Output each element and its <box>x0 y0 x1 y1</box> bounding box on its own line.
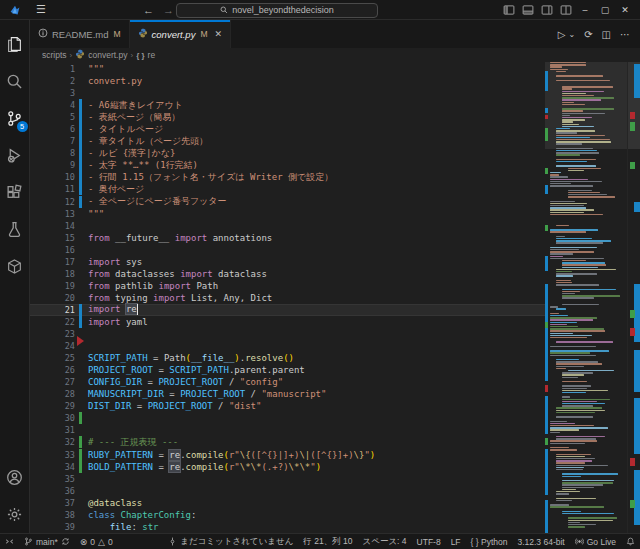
code-line[interactable]: 17import sys <box>30 256 545 268</box>
code-line[interactable]: 14 <box>30 220 545 232</box>
code-line[interactable]: 22import yaml <box>30 316 545 328</box>
code-line[interactable]: 29DIST_DIR = PROJECT_ROOT / "dist" <box>30 400 545 412</box>
code-line[interactable]: 35 <box>30 473 545 485</box>
line-number[interactable]: 1 <box>30 64 75 74</box>
code-line[interactable]: 7- 章タイトル（ページ先頭） <box>30 135 545 147</box>
activity-item-extensions[interactable] <box>0 174 30 211</box>
line-number[interactable]: 29 <box>30 401 75 411</box>
line-number[interactable]: 20 <box>30 293 75 303</box>
code-line[interactable]: 37@dataclass <box>30 497 545 509</box>
line-number[interactable]: 25 <box>30 353 75 363</box>
customize-layout-icon[interactable] <box>559 4 572 17</box>
go-live-button[interactable]: Go Live <box>570 534 621 549</box>
line-number[interactable]: 27 <box>30 377 75 387</box>
line-number[interactable]: 19 <box>30 281 75 291</box>
code-line[interactable]: 18from dataclasses import dataclass <box>30 268 545 280</box>
activity-item-search[interactable] <box>0 63 30 100</box>
line-number[interactable]: 7 <box>30 136 75 146</box>
maximize-button[interactable]: ▢ <box>598 5 612 15</box>
code-line[interactable]: 20from typing import List, Any, Dict <box>30 292 545 304</box>
line-number[interactable]: 28 <box>30 389 75 399</box>
line-number[interactable]: 17 <box>30 257 75 267</box>
code-line[interactable]: 25SCRIPT_PATH = Path(__file__).resolve() <box>30 352 545 364</box>
line-number[interactable]: 35 <box>30 474 75 484</box>
python-interpreter[interactable]: 3.12.3 64-bit <box>512 534 569 549</box>
menu-icon[interactable]: ☰ <box>36 3 46 16</box>
command-center-search[interactable]: novel_beyondthedecision <box>176 3 378 18</box>
code-line[interactable]: 11- 奥付ページ <box>30 183 545 195</box>
code-line[interactable]: 21import re <box>30 304 545 316</box>
code-line[interactable]: 30 <box>30 412 545 424</box>
breadcrumb-item-re[interactable]: { }re <box>136 50 155 60</box>
activity-item-explorer[interactable] <box>0 26 30 63</box>
line-number[interactable]: 34 <box>30 462 75 472</box>
breadcrumb-item-scripts[interactable]: scripts <box>42 50 67 60</box>
code-line[interactable]: 24 <box>30 340 545 352</box>
line-number[interactable]: 10 <box>30 172 75 182</box>
line-number[interactable]: 38 <box>30 510 75 520</box>
line-number[interactable]: 3 <box>30 88 75 98</box>
line-number[interactable]: 8 <box>30 148 75 158</box>
nav-back-icon[interactable]: ← <box>143 4 154 16</box>
line-number[interactable]: 36 <box>30 486 75 496</box>
line-number[interactable]: 24 <box>30 341 75 351</box>
minimize-button[interactable]: – <box>578 5 592 15</box>
close-button[interactable]: ✕ <box>618 5 632 15</box>
problems-status[interactable]: ⊗0△0 <box>75 534 118 549</box>
tab-close-icon[interactable]: ✕ <box>215 29 223 39</box>
language-mode[interactable]: { } Python <box>466 534 513 549</box>
line-number[interactable]: 12 <box>30 197 75 207</box>
run-dropdown-chevron[interactable]: ⌄ <box>568 30 575 39</box>
code-line[interactable]: 23 <box>30 328 545 340</box>
line-number[interactable]: 31 <box>30 425 75 435</box>
code-line[interactable]: 19from pathlib import Path <box>30 280 545 292</box>
line-number[interactable]: 16 <box>30 245 75 255</box>
line-number[interactable]: 13 <box>30 209 75 219</box>
remote-indicator[interactable] <box>0 534 19 549</box>
code-line[interactable]: 16 <box>30 244 545 256</box>
tab-readme[interactable]: README.mdM <box>30 20 130 48</box>
line-number[interactable]: 30 <box>30 413 75 423</box>
indentation-status[interactable]: スペース: 4 <box>357 534 411 549</box>
more-actions-icon[interactable]: ⋯ <box>620 29 630 40</box>
code-line[interactable]: 38class ChapterConfig: <box>30 509 545 521</box>
activity-item-source-control[interactable]: 5 <box>0 100 30 137</box>
code-line[interactable]: 5- 表紙ページ（簡易） <box>30 111 545 123</box>
code-line[interactable]: 4- A6縦書きレイアウト <box>30 99 545 111</box>
line-number[interactable]: 4 <box>30 100 75 110</box>
code-line[interactable]: 26PROJECT_ROOT = SCRIPT_PATH.parent.pare… <box>30 364 545 376</box>
line-number[interactable]: 26 <box>30 365 75 375</box>
layout-sidebar-left-icon[interactable] <box>502 4 515 17</box>
code-line[interactable]: 39 file: str <box>30 521 545 533</box>
code-line[interactable]: 8- ルビ {漢字|かな} <box>30 147 545 159</box>
cursor-position[interactable]: 行 21、列 10 <box>298 534 357 549</box>
line-number[interactable]: 18 <box>30 269 75 279</box>
code-line[interactable]: 28MANUSCRIPT_DIR = PROJECT_ROOT / "manus… <box>30 388 545 400</box>
line-number[interactable]: 9 <box>30 160 75 170</box>
nav-forward-icon[interactable]: → <box>163 4 174 16</box>
code-line[interactable]: 36 <box>30 485 545 497</box>
code-line[interactable]: 33RUBY_PATTERN = re.compile(r"\{([^{}|]+… <box>30 449 545 461</box>
encoding-status[interactable]: UTF-8 <box>412 534 446 549</box>
code-line[interactable]: 1""" <box>30 63 545 75</box>
git-branch-status[interactable]: main* <box>19 534 75 549</box>
code-line[interactable]: 31 <box>30 424 545 436</box>
notifications-bell[interactable] <box>621 534 640 549</box>
line-number[interactable]: 5 <box>30 112 75 122</box>
line-number[interactable]: 14 <box>30 221 75 231</box>
code-line[interactable]: 32# --- 正規表現 --- <box>30 436 545 448</box>
line-number[interactable]: 15 <box>30 233 75 243</box>
open-changes-icon[interactable]: ⟳ <box>584 29 592 40</box>
line-number[interactable]: 2 <box>30 76 75 86</box>
line-number[interactable]: 23 <box>30 329 75 339</box>
line-number[interactable]: 11 <box>30 184 75 194</box>
activity-item-account[interactable] <box>0 459 30 496</box>
activity-item-cube-extension[interactable] <box>0 248 30 285</box>
code-line[interactable]: 6- タイトルページ <box>30 123 545 135</box>
line-number[interactable]: 32 <box>30 437 75 447</box>
code-line[interactable]: 34BOLD_PATTERN = re.compile(r"\*\*(.+?)\… <box>30 461 545 473</box>
code-line[interactable]: 2convert.py <box>30 75 545 87</box>
code-line[interactable]: 10- 行間 1.15（フォント名・サイズは Writer 側で設定） <box>30 171 545 183</box>
line-number[interactable]: 37 <box>30 498 75 508</box>
code-line[interactable]: 3 <box>30 87 545 99</box>
